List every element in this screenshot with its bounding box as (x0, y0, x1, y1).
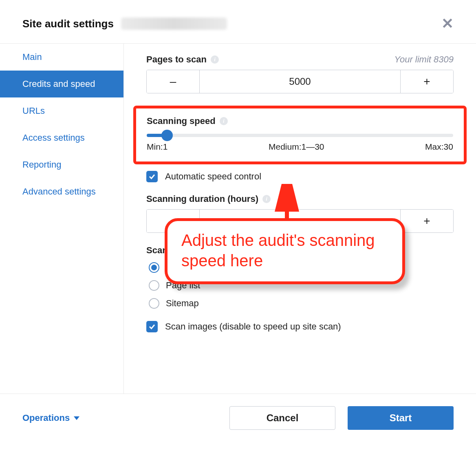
speed-slider-track[interactable] (147, 134, 453, 137)
radio-page-list[interactable]: Page list (149, 280, 454, 291)
check-icon (148, 323, 156, 330)
sidebar-item-credits-speed[interactable]: Credits and speed (0, 71, 123, 97)
speed-slider-thumb[interactable] (161, 130, 173, 141)
radio-all-pages[interactable]: All pages (149, 262, 454, 273)
speed-max-label: Max:30 (425, 142, 453, 152)
scan-images-checkbox[interactable] (146, 321, 158, 332)
scanning-scope-label: Scanning (146, 245, 454, 256)
scanning-speed-label: Scanning speed i (147, 116, 453, 126)
sidebar-item-main[interactable]: Main (0, 44, 123, 71)
scanning-speed-highlight: Scanning speed i Min:1 Medium:1—30 Max:3… (133, 106, 467, 164)
info-icon[interactable]: i (220, 117, 228, 125)
duration-decrement-button[interactable]: – (147, 210, 200, 232)
pages-increment-button[interactable]: + (400, 70, 453, 93)
duration-value[interactable] (200, 210, 400, 232)
radio-icon (149, 298, 159, 309)
radio-icon (149, 262, 159, 273)
duration-stepper: – + (146, 209, 454, 233)
pages-decrement-button[interactable]: – (147, 70, 200, 93)
start-button[interactable]: Start (348, 406, 454, 430)
radio-sitemap[interactable]: Sitemap (149, 298, 454, 309)
sidebar-item-advanced-settings[interactable]: Advanced settings (0, 178, 123, 205)
operations-dropdown[interactable]: Operations (22, 413, 79, 423)
sidebar-item-reporting[interactable]: Reporting (0, 151, 123, 178)
auto-speed-checkbox[interactable] (146, 171, 158, 182)
pages-to-scan-stepper: – 5000 + (146, 70, 454, 93)
chevron-down-icon (74, 416, 79, 420)
sidebar-item-urls[interactable]: URLs (0, 97, 123, 124)
speed-min-label: Min:1 (147, 142, 167, 152)
radio-icon (149, 280, 159, 291)
check-icon (148, 173, 156, 180)
pages-limit-text: Your limit 8309 (394, 54, 454, 65)
close-icon[interactable]: ✕ (441, 16, 454, 31)
sidebar-item-access-settings[interactable]: Access settings (0, 124, 123, 151)
pages-value[interactable]: 5000 (200, 70, 400, 93)
speed-medium-label: Medium:1—30 (269, 142, 324, 152)
sidebar: Main Credits and speed URLs Access setti… (0, 44, 124, 394)
dialog-footer: Operations Cancel Start (0, 394, 476, 442)
scanning-duration-label: Scanning duration (hours) i (146, 194, 454, 204)
duration-increment-button[interactable]: + (400, 210, 453, 232)
dialog-title: Site audit settings (22, 18, 114, 30)
domain-placeholder (121, 18, 227, 30)
cancel-button[interactable]: Cancel (229, 406, 335, 430)
info-icon[interactable]: i (262, 195, 271, 203)
info-icon[interactable]: i (211, 55, 219, 64)
scan-images-label: Scan images (disable to speed up site sc… (165, 321, 341, 332)
dialog-header: Site audit settings ✕ (0, 0, 476, 44)
pages-to-scan-label: Pages to scan i (146, 54, 219, 65)
auto-speed-label: Automatic speed control (165, 171, 261, 182)
main-panel: Pages to scan i Your limit 8309 – 5000 +… (124, 44, 476, 394)
